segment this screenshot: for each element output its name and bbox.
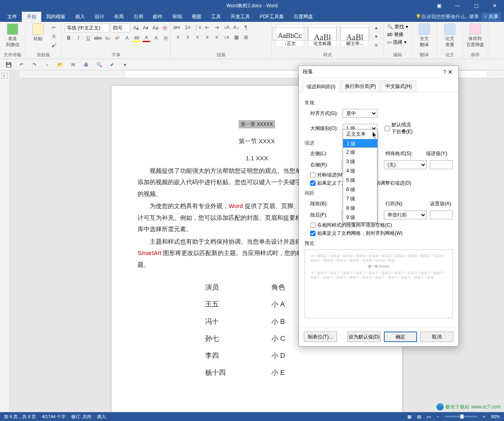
subscript-button[interactable]: x₂ xyxy=(104,34,112,42)
format-painter-icon[interactable]: 🖌 xyxy=(50,41,58,49)
special-select[interactable]: (无) xyxy=(384,160,427,169)
enclose-char-icon[interactable]: ㊕ xyxy=(162,34,170,42)
tell-me[interactable]: 告诉我您想要做什么... xyxy=(421,13,469,20)
font-family-select[interactable] xyxy=(65,23,109,32)
preview-icon[interactable]: 🔍 xyxy=(95,61,103,68)
line-spacing-select[interactable]: 单倍行距 xyxy=(384,210,427,219)
vertical-ruler[interactable]: L xyxy=(0,70,10,412)
set-default-button[interactable]: 设为默认值(D) xyxy=(347,332,381,342)
cut-icon[interactable]: ✂ xyxy=(50,23,58,32)
dropdown-option[interactable]: 5 级 xyxy=(343,176,377,185)
underline-button[interactable]: U xyxy=(84,34,92,42)
superscript-button[interactable]: x² xyxy=(113,34,121,42)
dropdown-option[interactable]: 4 级 xyxy=(343,166,377,176)
spell-icon[interactable]: ✔ xyxy=(108,61,116,68)
dialog-titlebar[interactable]: 段落 ? ✕ xyxy=(299,66,458,78)
tab-pdf[interactable]: PDF工具集 xyxy=(255,12,289,22)
tab-file[interactable]: 文件 xyxy=(2,12,22,22)
style-title[interactable]: AaBl论文标题 xyxy=(308,24,337,47)
tabs-button[interactable]: 制表位(T)... xyxy=(304,332,337,342)
italic-button[interactable]: I xyxy=(74,34,83,42)
dropdown-option[interactable]: 2 级 xyxy=(343,148,377,157)
cancel-button[interactable]: 取消 xyxy=(420,332,453,342)
save-baidu-button[interactable]: 保存到 百度网盘 xyxy=(466,23,485,48)
shrink-font-icon[interactable]: A▾ xyxy=(142,24,150,32)
zoom-in-icon[interactable]: + xyxy=(483,414,485,419)
word-count[interactable]: 4/1744 个字 xyxy=(42,414,66,420)
align-left-icon[interactable]: ≡ xyxy=(174,33,182,41)
help-icon[interactable]: ? xyxy=(443,69,446,75)
page-indicator[interactable]: 第 6 页，共 8 页 xyxy=(4,414,36,420)
dropdown-option[interactable]: 1 级 xyxy=(343,139,378,148)
dropdown-option[interactable]: 3 级 xyxy=(343,157,377,166)
insert-mode[interactable]: 插入 xyxy=(97,414,106,420)
phonetic-icon[interactable]: ㊥ xyxy=(161,24,169,32)
style-thesis[interactable]: AaBl硕士学... xyxy=(341,24,369,47)
zoom-out-icon[interactable]: − xyxy=(436,414,439,419)
zoom-value[interactable]: 90% xyxy=(491,414,500,419)
font-size-select[interactable] xyxy=(111,23,130,32)
styles-down-icon[interactable]: ▾ xyxy=(372,32,380,40)
dropdown-option[interactable]: 8 级 xyxy=(343,204,377,213)
close-button[interactable]: ✕ xyxy=(485,0,504,11)
save-icon[interactable]: 💾 xyxy=(5,61,12,68)
strike-button[interactable]: abc xyxy=(94,34,102,42)
tab-view[interactable]: 视图 xyxy=(187,12,206,22)
mail-icon[interactable]: ✉ xyxy=(70,61,77,68)
alignment-select[interactable]: 居中 xyxy=(343,109,377,118)
more-icon[interactable]: ▾ xyxy=(121,61,129,68)
font-color-icon[interactable]: A xyxy=(142,34,150,42)
shading-icon[interactable]: ▦ xyxy=(232,33,240,41)
dropdown-option[interactable]: 7 级 xyxy=(343,194,377,204)
styles-more-icon[interactable]: ≡ xyxy=(372,41,380,49)
char-shading-icon[interactable]: A xyxy=(152,34,160,42)
ribbon-display-icon[interactable]: ▣ xyxy=(430,0,448,11)
increase-indent-icon[interactable]: ⇥ xyxy=(213,23,221,32)
justify-icon[interactable]: ≡ xyxy=(203,33,211,41)
tab-line-page-breaks[interactable]: 换行和分页(P) xyxy=(341,81,380,92)
dropdown-option[interactable]: 6 级 xyxy=(343,185,377,194)
align-right-icon[interactable]: ≡ xyxy=(193,33,201,41)
text-direction-icon[interactable]: ↕A xyxy=(222,23,231,32)
borders-icon[interactable]: ⊞ xyxy=(242,33,250,41)
tab-mailings[interactable]: 邮件 xyxy=(148,12,167,22)
redo-icon[interactable]: ↷ xyxy=(31,61,38,68)
paste-button[interactable]: 粘贴 xyxy=(29,23,47,42)
ok-button[interactable]: 确定 xyxy=(384,332,417,342)
tab-layout[interactable]: 布局 xyxy=(109,12,129,22)
login-link[interactable]: 登录 xyxy=(469,13,479,20)
distribute-icon[interactable]: ≡ xyxy=(213,33,221,41)
tab-home[interactable]: 开始 xyxy=(22,12,41,22)
collapse-checkbox[interactable] xyxy=(385,126,390,131)
restore-button[interactable]: ▢ xyxy=(467,0,485,11)
tab-tools[interactable]: 工具 xyxy=(206,12,226,22)
numbering-icon[interactable]: 1≡ xyxy=(184,23,192,32)
view-read-icon[interactable]: ▤ xyxy=(417,414,421,419)
new-doc-icon[interactable]: ▫ xyxy=(44,61,51,68)
text-effects-icon[interactable]: A xyxy=(123,34,131,42)
tab-indent-spacing[interactable]: 缩进和间距(I) xyxy=(302,81,340,92)
auto-right-indent-checkbox[interactable] xyxy=(310,181,316,186)
close-icon[interactable]: ✕ xyxy=(446,69,454,75)
grow-font-icon[interactable]: A▴ xyxy=(132,24,140,32)
translate-button[interactable]: 全文 翻译 xyxy=(415,23,434,48)
view-web-icon[interactable]: ▭ xyxy=(427,414,431,419)
open-icon[interactable]: 📂 xyxy=(57,61,64,68)
tab-developer[interactable]: 开发工具 xyxy=(226,12,255,22)
no-space-checkbox[interactable] xyxy=(310,223,316,228)
replace-button[interactable]: ab 替换 xyxy=(387,31,404,38)
print-icon[interactable]: 🖶 xyxy=(83,61,90,68)
select-button[interactable]: ▭ 选择 ▾ xyxy=(387,39,407,46)
show-marks-icon[interactable]: ¶ xyxy=(242,23,250,32)
tab-baidu[interactable]: 百度网盘 xyxy=(289,12,318,22)
share-button[interactable]: ♀ 共享 xyxy=(481,13,501,21)
copy-icon[interactable]: ⎘ xyxy=(50,32,58,40)
dropdown-option[interactable]: 9 级 xyxy=(343,213,377,222)
send-wechat-button[interactable]: 发送 到微信 xyxy=(3,23,22,48)
zoom-slider[interactable] xyxy=(445,416,477,417)
highlight-icon[interactable]: ab xyxy=(133,34,141,42)
by-input[interactable] xyxy=(430,160,453,169)
heading-1[interactable]: 第一章 XXXXX xyxy=(239,120,275,128)
mirror-indent-checkbox[interactable] xyxy=(310,172,316,178)
bullets-icon[interactable]: •≡ xyxy=(174,23,182,32)
